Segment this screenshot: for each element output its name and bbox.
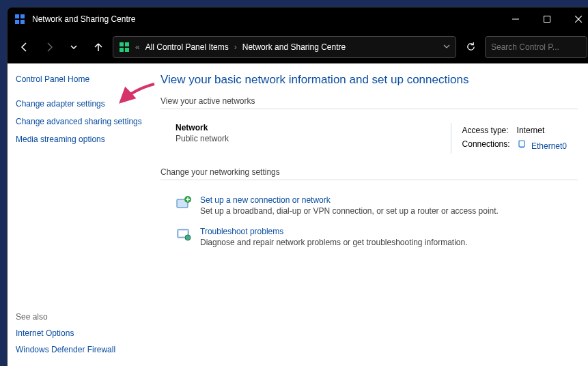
close-button[interactable] xyxy=(563,8,588,31)
active-network-box: Network Public network Access type: Inte… xyxy=(160,119,578,167)
network-details-table: Access type: Internet Connections: Ether… xyxy=(461,123,574,154)
troubleshoot-desc: Diagnose and repair network problems or … xyxy=(200,238,468,247)
recent-dropdown-button[interactable] xyxy=(64,37,84,57)
sidebar: Control Panel Home Change adapter settin… xyxy=(8,64,151,366)
divider xyxy=(160,180,578,180)
maximize-button[interactable] xyxy=(531,8,563,31)
window: Network and Sharing Centre « All Control… xyxy=(7,7,588,366)
firewall-link[interactable]: Windows Defender Firewall xyxy=(16,345,143,354)
active-networks-label: View your active networks xyxy=(160,96,578,106)
breadcrumb-current[interactable]: Network and Sharing Centre xyxy=(242,42,346,52)
setup-connection-item: Set up a new connection or network Set u… xyxy=(160,190,578,221)
up-button[interactable] xyxy=(88,37,109,57)
ethernet-icon xyxy=(517,139,527,149)
addressbar[interactable]: « All Control Panel Items › Network and … xyxy=(113,36,456,58)
connections-label: Connections: xyxy=(462,138,516,152)
divider xyxy=(160,109,578,109)
main-panel: View your basic network information and … xyxy=(151,64,588,366)
internet-options-link[interactable]: Internet Options xyxy=(16,328,143,338)
addressbar-dropdown-icon[interactable] xyxy=(443,42,450,52)
window-title: Network and Sharing Centre xyxy=(32,14,500,24)
svg-rect-0 xyxy=(15,14,19,18)
titlebar: Network and Sharing Centre xyxy=(8,8,588,31)
minimize-button[interactable] xyxy=(500,8,531,31)
change-settings-label: Change your networking settings xyxy=(160,167,578,177)
troubleshoot-icon xyxy=(176,227,192,243)
network-type: Public network xyxy=(176,134,451,143)
access-type-label: Access type: xyxy=(462,124,516,137)
change-adapter-link[interactable]: Change adapter settings xyxy=(16,99,143,109)
svg-rect-10 xyxy=(120,48,124,52)
svg-rect-9 xyxy=(125,42,129,46)
breadcrumb-parent[interactable]: All Control Panel Items xyxy=(145,42,229,52)
svg-rect-8 xyxy=(120,42,124,46)
control-panel-home-link[interactable]: Control Panel Home xyxy=(16,74,143,84)
svg-rect-2 xyxy=(15,20,19,24)
network-name: Network xyxy=(176,123,451,132)
svg-rect-5 xyxy=(544,16,550,23)
access-type-value: Internet xyxy=(517,124,572,137)
navbar: « All Control Panel Items › Network and … xyxy=(8,31,588,64)
back-button[interactable] xyxy=(14,37,35,57)
connection-link[interactable]: Ethernet0 xyxy=(531,141,567,151)
troubleshoot-link[interactable]: Troubleshoot problems xyxy=(200,227,283,236)
addressbar-icon xyxy=(119,42,130,53)
svg-rect-14 xyxy=(519,141,524,147)
media-streaming-link[interactable]: Media streaming options xyxy=(16,135,143,144)
breadcrumb-prefix: « xyxy=(135,42,140,52)
setup-connection-icon xyxy=(176,195,192,212)
refresh-button[interactable] xyxy=(460,37,481,57)
svg-rect-3 xyxy=(20,20,25,24)
svg-point-24 xyxy=(185,235,191,240)
page-heading: View your basic network information and … xyxy=(160,73,578,87)
app-icon xyxy=(14,14,25,25)
setup-connection-desc: Set up a broadband, dial-up or VPN conne… xyxy=(200,206,499,216)
change-sharing-link[interactable]: Change advanced sharing settings xyxy=(16,117,143,126)
setup-connection-link[interactable]: Set up a new connection or network xyxy=(200,195,331,205)
content: Control Panel Home Change adapter settin… xyxy=(8,64,588,366)
forward-button[interactable] xyxy=(39,37,59,57)
search-input[interactable] xyxy=(491,42,588,52)
svg-rect-11 xyxy=(125,48,129,52)
see-also-label: See also xyxy=(16,312,143,322)
svg-rect-1 xyxy=(20,14,25,18)
troubleshoot-item: Troubleshoot problems Diagnose and repai… xyxy=(160,221,578,253)
chevron-right-icon: › xyxy=(234,42,237,52)
search-box[interactable] xyxy=(485,36,587,58)
